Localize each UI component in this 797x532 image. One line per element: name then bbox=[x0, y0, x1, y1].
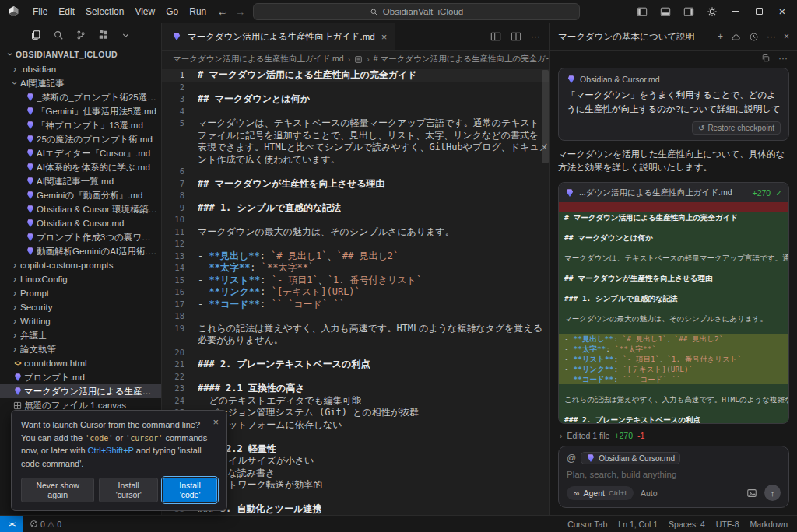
code-line[interactable]: 9### 1. シンプルで直感的な記法 bbox=[162, 202, 549, 215]
chat-messages[interactable]: Obsidian & Cursor.md 「マークダウン」をうまく利用することで… bbox=[550, 66, 797, 442]
editor-scrollbar[interactable] bbox=[542, 70, 549, 163]
editor-tab[interactable]: マークダウン活用による生産性向上ガイド.md × bbox=[162, 23, 395, 50]
code-line[interactable]: 4 bbox=[162, 106, 549, 118]
breadcrumb[interactable]: マークダウン活用による生産性向上ガイド.md › › # マークダウン活用による… bbox=[162, 51, 549, 68]
maximize-button[interactable] bbox=[749, 2, 769, 21]
menu-selection[interactable]: Selection bbox=[80, 4, 129, 19]
cloud-icon[interactable] bbox=[731, 32, 741, 42]
code-line[interactable]: 21### 2. プレーンテキストベースの利点 bbox=[162, 359, 549, 371]
chat-close-icon[interactable]: × bbox=[784, 31, 789, 42]
notification-close-icon[interactable]: × bbox=[212, 416, 219, 428]
edited-files-row[interactable]: › Edited 1 file +270 -1 bbox=[558, 431, 789, 442]
editor-more-actions-icon[interactable]: ··· bbox=[531, 31, 540, 42]
tree-folder-item[interactable]: ›LinuxConfig bbox=[0, 272, 161, 286]
tree-folder-item[interactable]: ›copilot-custom-prompts bbox=[0, 258, 161, 272]
code-line[interactable]: 7## マークダウンが生産性を向上させる理由 bbox=[162, 178, 549, 191]
tree-file-item[interactable]: <>countdown.html bbox=[0, 356, 161, 370]
tree-file-item[interactable]: Geminiの『動画分析』.md bbox=[0, 188, 161, 202]
code-line[interactable]: ント作成で広く使われています。 bbox=[162, 154, 549, 166]
problems-indicator[interactable]: 0 ⚠ 0 bbox=[30, 520, 61, 529]
tree-file-item[interactable]: 「神プロンプト」13選.md bbox=[0, 118, 161, 132]
tree-file-item[interactable]: プロンプト.md bbox=[0, 370, 161, 384]
install-code-button[interactable]: Install 'code' bbox=[163, 478, 217, 502]
tree-file-item[interactable]: 動画解析GeminiのAI活用術.md bbox=[0, 244, 161, 258]
history-icon[interactable] bbox=[749, 32, 759, 42]
code-line[interactable]: 10 bbox=[162, 214, 549, 226]
code-line[interactable]: 23#### 2.1 互換性の高さ bbox=[162, 383, 549, 395]
split-editor-icon[interactable] bbox=[511, 31, 521, 42]
code-line[interactable]: 表現できます。HTMLと比べてシンプルで読みやすく、GitHubやブログ、ドキュ… bbox=[162, 142, 549, 154]
breadcrumb-heading[interactable]: # マークダウン活用による生産性向上の完全ガイド bbox=[374, 54, 549, 65]
close-window-button[interactable]: × bbox=[772, 2, 792, 21]
tree-folder-item[interactable]: ›AI関連記事 bbox=[0, 76, 161, 90]
toggle-panel-left-icon[interactable] bbox=[632, 2, 652, 21]
tree-folder-item[interactable]: ›Security bbox=[0, 300, 161, 314]
never-show-again-button[interactable]: Never show again bbox=[21, 478, 94, 502]
tree-file-item[interactable]: プロンプト作成3つの裏ワザ.md bbox=[0, 230, 161, 244]
nav-forward-button[interactable]: → bbox=[235, 6, 245, 18]
code-line[interactable]: ファイルに記号を追加することで、見出し、リスト、太字、リンクなどの書式を bbox=[162, 130, 549, 142]
code-line[interactable]: 22 bbox=[162, 371, 549, 383]
code-line[interactable]: 18 bbox=[162, 310, 549, 323]
tree-folder-item[interactable]: ›弁護士 bbox=[0, 328, 161, 342]
code-line[interactable]: 15- **リスト**: `- 項目1`、`1. 番号付きリスト` bbox=[162, 275, 549, 287]
command-center-search[interactable]: ObsidianValt_iCloud bbox=[253, 3, 580, 20]
cursor-position[interactable]: Ln 1, Col 1 bbox=[618, 520, 658, 529]
tree-file-item[interactable]: AI関連記事一覧.md bbox=[0, 174, 161, 188]
code-line[interactable]: 20 bbox=[162, 347, 549, 359]
encoding-setting[interactable]: UTF-8 bbox=[716, 520, 739, 529]
code-line[interactable]: 19これらの記法は覚えやすく、入力も高速です。HTMLのような複雑なタグを覚える bbox=[162, 323, 549, 335]
breadcrumb-file[interactable]: マークダウン活用による生産性向上ガイド.md bbox=[173, 54, 344, 65]
code-line[interactable]: 必要がありません。 bbox=[162, 334, 549, 347]
menu-run[interactable]: Run bbox=[184, 4, 212, 19]
new-chat-icon[interactable]: + bbox=[718, 31, 723, 42]
explorer-icon[interactable] bbox=[30, 30, 41, 40]
toggle-panel-right-icon[interactable] bbox=[679, 2, 699, 21]
tree-file-item[interactable]: AIエディター『Cursor』.md bbox=[0, 146, 161, 160]
code-line[interactable]: 13- **見出し**: `# 見出し1`、`## 見出し2` bbox=[162, 250, 549, 263]
code-line[interactable]: 11マークダウンの最大の魅力は、そのシンプルさにあります。 bbox=[162, 226, 549, 239]
message-more-icon[interactable]: ··· bbox=[778, 53, 788, 64]
tree-file-item[interactable]: マークダウン活用による生産性上... bbox=[0, 384, 161, 398]
copy-icon[interactable] bbox=[761, 54, 771, 63]
tree-folder-item[interactable]: ›論文執筆 bbox=[0, 342, 161, 356]
mention-button[interactable]: @ bbox=[567, 453, 576, 464]
image-icon[interactable] bbox=[746, 488, 757, 499]
model-selector[interactable]: Auto bbox=[641, 488, 658, 498]
code-line[interactable]: 16- **リンク**: `[テキスト](URL)` bbox=[162, 286, 549, 299]
menu-file[interactable]: File bbox=[27, 4, 53, 19]
tab-close-icon[interactable]: × bbox=[381, 31, 388, 43]
nav-back-button[interactable]: ← bbox=[217, 6, 227, 18]
search-panel-icon[interactable] bbox=[53, 30, 64, 40]
code-line[interactable]: 12 bbox=[162, 238, 549, 250]
remote-indicator[interactable]: >< bbox=[0, 516, 23, 532]
tree-file-item[interactable]: AI体系的を体系的に学ぶ.md bbox=[0, 160, 161, 174]
code-line[interactable]: 14- **太字**: `**太字**` bbox=[162, 262, 549, 275]
tree-folder-item[interactable]: ›Prompt bbox=[0, 286, 161, 300]
tree-folder-item[interactable]: ›.obsidian bbox=[0, 62, 161, 76]
source-control-icon[interactable] bbox=[75, 30, 86, 40]
send-button[interactable]: ↑ bbox=[764, 485, 781, 501]
code-line[interactable]: 17- **コード**: `` `コード` `` bbox=[162, 299, 549, 311]
extensions-icon[interactable] bbox=[98, 30, 109, 40]
menu-go[interactable]: Go bbox=[160, 4, 184, 19]
restore-checkpoint-button[interactable]: ↺ Restore checkpoint bbox=[692, 121, 781, 135]
settings-gear-icon[interactable] bbox=[702, 2, 722, 21]
code-line[interactable]: 24- どのテキストエディタでも編集可能 bbox=[162, 395, 549, 408]
language-mode[interactable]: Markdown bbox=[750, 520, 788, 529]
tree-folder-item[interactable]: ›Writting bbox=[0, 314, 161, 328]
tree-file-item[interactable]: 「Gemini」仕事活用法5選.md bbox=[0, 104, 161, 118]
diff-card-header[interactable]: ...ダウン活用による生産性向上ガイド.md +270 ✓ bbox=[559, 183, 788, 202]
tree-file-item[interactable]: 25の魔法のプロンプト術.md bbox=[0, 132, 161, 146]
install-cursor-button[interactable]: Install 'cursor' bbox=[99, 478, 158, 502]
code-line[interactable]: 5マークダウンは、テキストベースの軽量マークアップ言語です。通常のテキスト bbox=[162, 117, 549, 130]
open-preview-icon[interactable] bbox=[490, 31, 501, 42]
indentation-setting[interactable]: Spaces: 4 bbox=[669, 520, 705, 529]
code-line[interactable]: 8 bbox=[162, 190, 549, 202]
minimize-button[interactable] bbox=[725, 2, 746, 21]
tree-file-item[interactable]: Obsidian & Cursor 環境構築.md bbox=[0, 202, 161, 216]
code-line[interactable]: 6 bbox=[162, 166, 549, 178]
tree-file-item[interactable]: Obsidian & Cursor.md bbox=[0, 216, 161, 230]
diff-card[interactable]: ...ダウン活用による生産性向上ガイド.md +270 ✓ # マークダウン活用… bbox=[558, 182, 789, 424]
input-context-chip[interactable]: Obsidian & Cursor.md bbox=[581, 452, 680, 464]
